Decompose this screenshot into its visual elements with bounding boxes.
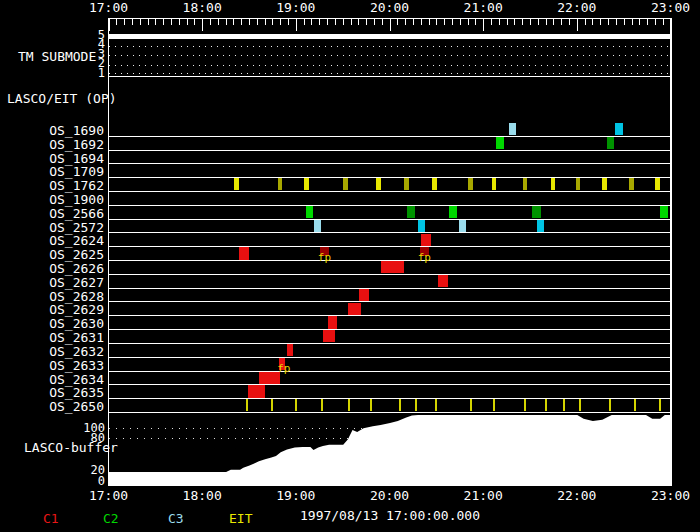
buffer-ytick-label: 100 xyxy=(0,423,105,434)
schedule-bar-yellow_bright xyxy=(655,178,660,190)
schedule-row-label: OS_2628 xyxy=(0,289,104,304)
fp-annotation: fp xyxy=(277,363,290,374)
schedule-row xyxy=(109,137,670,151)
bottom-axis-hour-label: 20:00 xyxy=(368,489,412,503)
schedule-row xyxy=(109,206,670,220)
schedule-bar-cyan_pale xyxy=(314,220,321,232)
schedule-row-label: OS_1762 xyxy=(0,178,104,193)
schedule-bar-yellow_olive xyxy=(404,178,409,190)
lasco-eit-planning-chart: TM SUBMODE LASCO/EIT (OP) LASCO-buffer 1… xyxy=(0,0,700,532)
buffer-fill-area xyxy=(109,413,670,485)
schedule-bar-yellow_tick xyxy=(524,399,526,411)
schedule-row-label: OS_2632 xyxy=(0,344,104,359)
schedule-bar-yellow_bright xyxy=(432,178,437,190)
schedule-row xyxy=(109,151,670,165)
legend-item-eit: EIT xyxy=(229,512,252,526)
schedule-bar-yellow_olive xyxy=(576,178,581,190)
schedule-bar-yellow_tick xyxy=(370,399,372,411)
schedule-row xyxy=(109,316,670,330)
schedule-bar-yellow_tick xyxy=(579,399,581,411)
bottom-axis-hour-label: 17:00 xyxy=(87,489,131,503)
schedule-row-label: OS_1692 xyxy=(0,137,104,152)
schedule-row-label: OS_2635 xyxy=(0,385,104,400)
buffer-ytick-label: 20 xyxy=(0,465,105,476)
schedule-row xyxy=(109,192,670,206)
schedule-row xyxy=(109,164,670,178)
schedule-row: fpfp xyxy=(109,247,670,261)
schedule-bar-red xyxy=(328,316,337,328)
schedule-bar-yellow_tick xyxy=(246,399,248,411)
schedule-bar-green_dark xyxy=(532,206,541,218)
schedule-row xyxy=(109,289,670,303)
schedule-bar-yellow_bright xyxy=(376,178,381,190)
schedule-row-label: OS_2626 xyxy=(0,261,104,276)
fp-annotation: fp xyxy=(418,252,431,263)
schedule-bar-yellow_bright xyxy=(602,178,607,190)
schedule-row xyxy=(109,372,670,386)
schedule-row xyxy=(109,275,670,289)
schedule-bar-yellow_tick xyxy=(348,399,350,411)
schedule-row xyxy=(109,385,670,399)
schedule-bar-green_bright xyxy=(306,206,314,218)
schedule-row: fp xyxy=(109,358,670,372)
fp-annotation: fp xyxy=(318,252,331,263)
schedule-bar-red xyxy=(359,289,369,301)
schedule-bar-yellow_olive xyxy=(468,178,473,190)
schedule-row xyxy=(109,178,670,192)
schedule-bar-yellow_tick xyxy=(399,399,401,411)
schedule-bar-red xyxy=(239,247,249,259)
schedule-bar-yellow_tick xyxy=(563,399,565,411)
schedule-bar-yellow_tick xyxy=(435,399,437,411)
schedule-bar-red xyxy=(421,234,431,246)
schedule-row-label: OS_2566 xyxy=(0,206,104,221)
schedule-bar-yellow_olive xyxy=(629,178,634,190)
schedule-row-label: OS_2625 xyxy=(0,247,104,262)
schedule-row-label: OS_2650 xyxy=(0,399,104,414)
schedule-row xyxy=(109,399,670,413)
schedule-bar-cyan_pale xyxy=(459,220,466,232)
schedule-bar-yellow_tick xyxy=(271,399,273,411)
schedule-bar-yellow_tick xyxy=(470,399,472,411)
schedule-row-label: OS_2572 xyxy=(0,220,104,235)
schedule-row-label: OS_2627 xyxy=(0,275,104,290)
schedule-row-label: OS_1900 xyxy=(0,192,104,207)
legend-item-c3: C3 xyxy=(168,512,184,526)
schedule-row-label: OS_2630 xyxy=(0,316,104,331)
schedule-row-label: OS_1709 xyxy=(0,164,104,179)
schedule-bar-yellow_tick xyxy=(545,399,547,411)
schedule-bar-red xyxy=(287,344,293,356)
schedule-bar-green_bright xyxy=(660,206,668,218)
schedule-bar-cyan_pale xyxy=(509,123,517,135)
bottom-axis-hour-label: 21:00 xyxy=(461,489,505,503)
schedule-bar-red xyxy=(381,261,404,273)
schedule-bar-yellow_tick xyxy=(634,399,636,411)
schedule-row-label: OS_2624 xyxy=(0,233,104,248)
schedule-bar-green_bright xyxy=(449,206,457,218)
schedule-bar-cyan_bright xyxy=(615,123,623,135)
schedule-row-label: OS_2633 xyxy=(0,358,104,373)
schedule-bar-yellow_tick xyxy=(659,399,661,411)
schedule-bar-yellow_tick xyxy=(321,399,323,411)
bottom-axis-and-legend: 17:0018:0019:0020:0021:0022:0023:00C1C2C… xyxy=(0,486,700,532)
lasco-buffer-panel: 10080200 xyxy=(0,413,700,486)
schedule-row-label: OS_1694 xyxy=(0,151,104,166)
legend-item-c1: C1 xyxy=(43,512,59,526)
schedule-row-label: OS_1690 xyxy=(0,123,104,138)
schedule-row xyxy=(109,303,670,317)
schedule-bar-yellow_olive xyxy=(523,178,528,190)
schedule-row xyxy=(109,234,670,248)
schedule-row-label: OS_2629 xyxy=(0,302,104,317)
schedule-row-label: OS_2631 xyxy=(0,330,104,345)
bottom-axis-hour-label: 18:00 xyxy=(180,489,224,503)
schedule-row xyxy=(109,123,670,137)
schedule-row xyxy=(109,344,670,358)
schedule-bar-yellow_bright xyxy=(304,178,309,190)
buffer-ytick-label: 80 xyxy=(0,433,105,444)
schedule-bar-yellow_tick xyxy=(609,399,611,411)
schedule-bar-yellow_bright xyxy=(551,178,556,190)
schedule-bar-cyan_bright xyxy=(537,220,545,232)
schedule-bar-yellow_tick xyxy=(415,399,417,411)
schedule-bar-green_dark xyxy=(407,206,415,218)
bottom-axis-hour-label: 23:00 xyxy=(649,489,693,503)
schedule-bar-red xyxy=(248,385,265,397)
